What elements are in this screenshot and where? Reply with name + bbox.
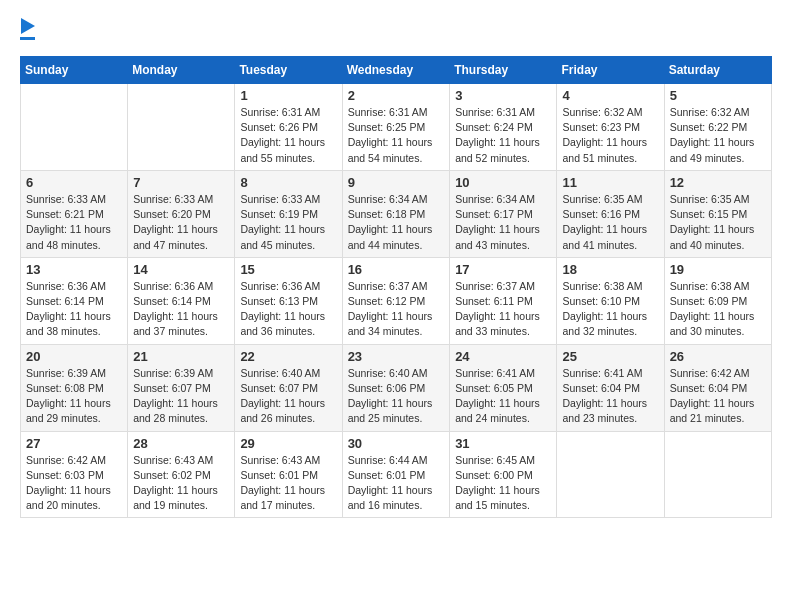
day-info: Sunrise: 6:42 AMSunset: 6:04 PMDaylight:… bbox=[670, 366, 766, 427]
logo-top-line bbox=[20, 20, 35, 36]
logo-underline bbox=[20, 37, 35, 40]
day-info: Sunrise: 6:41 AMSunset: 6:05 PMDaylight:… bbox=[455, 366, 551, 427]
calendar-cell: 26Sunrise: 6:42 AMSunset: 6:04 PMDayligh… bbox=[664, 344, 771, 431]
day-number: 18 bbox=[562, 262, 658, 277]
calendar-cell: 28Sunrise: 6:43 AMSunset: 6:02 PMDayligh… bbox=[128, 431, 235, 518]
calendar-cell bbox=[21, 84, 128, 171]
day-number: 22 bbox=[240, 349, 336, 364]
calendar-cell: 15Sunrise: 6:36 AMSunset: 6:13 PMDayligh… bbox=[235, 257, 342, 344]
calendar-cell: 8Sunrise: 6:33 AMSunset: 6:19 PMDaylight… bbox=[235, 170, 342, 257]
calendar-cell bbox=[557, 431, 664, 518]
day-number: 26 bbox=[670, 349, 766, 364]
calendar-cell: 27Sunrise: 6:42 AMSunset: 6:03 PMDayligh… bbox=[21, 431, 128, 518]
calendar-cell: 30Sunrise: 6:44 AMSunset: 6:01 PMDayligh… bbox=[342, 431, 450, 518]
calendar-cell: 29Sunrise: 6:43 AMSunset: 6:01 PMDayligh… bbox=[235, 431, 342, 518]
day-number: 16 bbox=[348, 262, 445, 277]
logo bbox=[20, 20, 35, 40]
day-header-thursday: Thursday bbox=[450, 57, 557, 84]
calendar-week-row: 6Sunrise: 6:33 AMSunset: 6:21 PMDaylight… bbox=[21, 170, 772, 257]
calendar-cell: 2Sunrise: 6:31 AMSunset: 6:25 PMDaylight… bbox=[342, 84, 450, 171]
day-number: 6 bbox=[26, 175, 122, 190]
calendar-cell: 24Sunrise: 6:41 AMSunset: 6:05 PMDayligh… bbox=[450, 344, 557, 431]
day-number: 30 bbox=[348, 436, 445, 451]
day-header-sunday: Sunday bbox=[21, 57, 128, 84]
calendar-cell: 11Sunrise: 6:35 AMSunset: 6:16 PMDayligh… bbox=[557, 170, 664, 257]
day-info: Sunrise: 6:38 AMSunset: 6:10 PMDaylight:… bbox=[562, 279, 658, 340]
day-number: 21 bbox=[133, 349, 229, 364]
day-number: 19 bbox=[670, 262, 766, 277]
calendar-cell: 12Sunrise: 6:35 AMSunset: 6:15 PMDayligh… bbox=[664, 170, 771, 257]
day-info: Sunrise: 6:36 AMSunset: 6:14 PMDaylight:… bbox=[133, 279, 229, 340]
day-info: Sunrise: 6:34 AMSunset: 6:18 PMDaylight:… bbox=[348, 192, 445, 253]
day-number: 29 bbox=[240, 436, 336, 451]
calendar-cell: 4Sunrise: 6:32 AMSunset: 6:23 PMDaylight… bbox=[557, 84, 664, 171]
day-info: Sunrise: 6:40 AMSunset: 6:06 PMDaylight:… bbox=[348, 366, 445, 427]
day-number: 20 bbox=[26, 349, 122, 364]
calendar-cell: 16Sunrise: 6:37 AMSunset: 6:12 PMDayligh… bbox=[342, 257, 450, 344]
day-info: Sunrise: 6:33 AMSunset: 6:20 PMDaylight:… bbox=[133, 192, 229, 253]
calendar-cell: 5Sunrise: 6:32 AMSunset: 6:22 PMDaylight… bbox=[664, 84, 771, 171]
day-info: Sunrise: 6:36 AMSunset: 6:13 PMDaylight:… bbox=[240, 279, 336, 340]
calendar-week-row: 20Sunrise: 6:39 AMSunset: 6:08 PMDayligh… bbox=[21, 344, 772, 431]
day-info: Sunrise: 6:43 AMSunset: 6:02 PMDaylight:… bbox=[133, 453, 229, 514]
day-number: 11 bbox=[562, 175, 658, 190]
day-info: Sunrise: 6:41 AMSunset: 6:04 PMDaylight:… bbox=[562, 366, 658, 427]
day-number: 5 bbox=[670, 88, 766, 103]
day-info: Sunrise: 6:44 AMSunset: 6:01 PMDaylight:… bbox=[348, 453, 445, 514]
day-number: 9 bbox=[348, 175, 445, 190]
calendar-cell: 21Sunrise: 6:39 AMSunset: 6:07 PMDayligh… bbox=[128, 344, 235, 431]
calendar-cell: 10Sunrise: 6:34 AMSunset: 6:17 PMDayligh… bbox=[450, 170, 557, 257]
day-info: Sunrise: 6:34 AMSunset: 6:17 PMDaylight:… bbox=[455, 192, 551, 253]
calendar-week-row: 1Sunrise: 6:31 AMSunset: 6:26 PMDaylight… bbox=[21, 84, 772, 171]
day-number: 15 bbox=[240, 262, 336, 277]
calendar-cell: 17Sunrise: 6:37 AMSunset: 6:11 PMDayligh… bbox=[450, 257, 557, 344]
day-info: Sunrise: 6:39 AMSunset: 6:08 PMDaylight:… bbox=[26, 366, 122, 427]
calendar-header-row: SundayMondayTuesdayWednesdayThursdayFrid… bbox=[21, 57, 772, 84]
day-info: Sunrise: 6:39 AMSunset: 6:07 PMDaylight:… bbox=[133, 366, 229, 427]
day-info: Sunrise: 6:36 AMSunset: 6:14 PMDaylight:… bbox=[26, 279, 122, 340]
day-number: 8 bbox=[240, 175, 336, 190]
day-info: Sunrise: 6:35 AMSunset: 6:16 PMDaylight:… bbox=[562, 192, 658, 253]
day-number: 31 bbox=[455, 436, 551, 451]
day-header-wednesday: Wednesday bbox=[342, 57, 450, 84]
day-info: Sunrise: 6:32 AMSunset: 6:22 PMDaylight:… bbox=[670, 105, 766, 166]
day-info: Sunrise: 6:33 AMSunset: 6:21 PMDaylight:… bbox=[26, 192, 122, 253]
calendar-cell bbox=[664, 431, 771, 518]
day-info: Sunrise: 6:42 AMSunset: 6:03 PMDaylight:… bbox=[26, 453, 122, 514]
day-number: 17 bbox=[455, 262, 551, 277]
page-header bbox=[20, 20, 772, 40]
day-header-monday: Monday bbox=[128, 57, 235, 84]
day-number: 13 bbox=[26, 262, 122, 277]
calendar-cell: 22Sunrise: 6:40 AMSunset: 6:07 PMDayligh… bbox=[235, 344, 342, 431]
day-number: 27 bbox=[26, 436, 122, 451]
day-info: Sunrise: 6:37 AMSunset: 6:11 PMDaylight:… bbox=[455, 279, 551, 340]
logo-triangle-icon bbox=[21, 18, 35, 34]
day-info: Sunrise: 6:45 AMSunset: 6:00 PMDaylight:… bbox=[455, 453, 551, 514]
calendar-cell: 9Sunrise: 6:34 AMSunset: 6:18 PMDaylight… bbox=[342, 170, 450, 257]
day-info: Sunrise: 6:31 AMSunset: 6:25 PMDaylight:… bbox=[348, 105, 445, 166]
calendar-cell: 20Sunrise: 6:39 AMSunset: 6:08 PMDayligh… bbox=[21, 344, 128, 431]
calendar-cell: 18Sunrise: 6:38 AMSunset: 6:10 PMDayligh… bbox=[557, 257, 664, 344]
day-info: Sunrise: 6:38 AMSunset: 6:09 PMDaylight:… bbox=[670, 279, 766, 340]
day-info: Sunrise: 6:40 AMSunset: 6:07 PMDaylight:… bbox=[240, 366, 336, 427]
day-header-tuesday: Tuesday bbox=[235, 57, 342, 84]
calendar-cell: 3Sunrise: 6:31 AMSunset: 6:24 PMDaylight… bbox=[450, 84, 557, 171]
day-number: 25 bbox=[562, 349, 658, 364]
calendar-cell: 19Sunrise: 6:38 AMSunset: 6:09 PMDayligh… bbox=[664, 257, 771, 344]
day-info: Sunrise: 6:31 AMSunset: 6:24 PMDaylight:… bbox=[455, 105, 551, 166]
calendar-week-row: 27Sunrise: 6:42 AMSunset: 6:03 PMDayligh… bbox=[21, 431, 772, 518]
calendar-cell: 14Sunrise: 6:36 AMSunset: 6:14 PMDayligh… bbox=[128, 257, 235, 344]
calendar-cell: 25Sunrise: 6:41 AMSunset: 6:04 PMDayligh… bbox=[557, 344, 664, 431]
day-number: 12 bbox=[670, 175, 766, 190]
day-number: 14 bbox=[133, 262, 229, 277]
day-number: 24 bbox=[455, 349, 551, 364]
calendar-cell: 6Sunrise: 6:33 AMSunset: 6:21 PMDaylight… bbox=[21, 170, 128, 257]
day-number: 4 bbox=[562, 88, 658, 103]
day-header-saturday: Saturday bbox=[664, 57, 771, 84]
calendar-table: SundayMondayTuesdayWednesdayThursdayFrid… bbox=[20, 56, 772, 518]
day-info: Sunrise: 6:31 AMSunset: 6:26 PMDaylight:… bbox=[240, 105, 336, 166]
day-number: 2 bbox=[348, 88, 445, 103]
day-number: 28 bbox=[133, 436, 229, 451]
day-number: 23 bbox=[348, 349, 445, 364]
calendar-cell: 1Sunrise: 6:31 AMSunset: 6:26 PMDaylight… bbox=[235, 84, 342, 171]
